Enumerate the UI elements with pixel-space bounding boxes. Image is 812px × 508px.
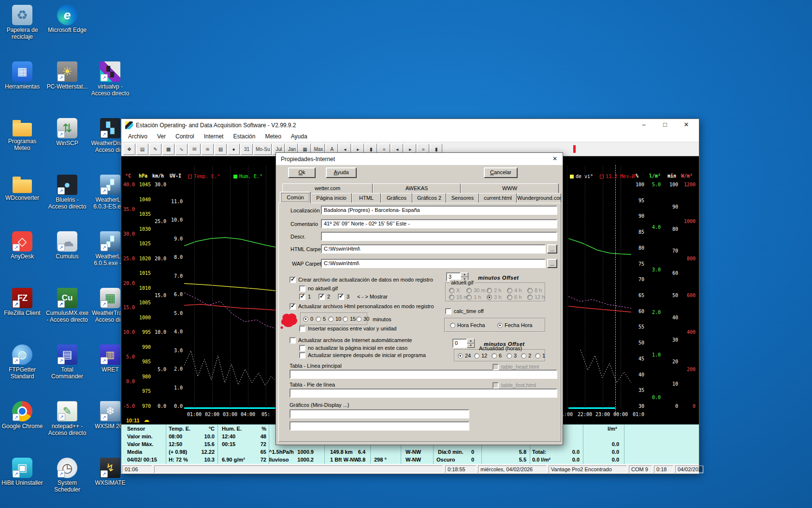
tab-www[interactable]: WWW: [461, 183, 559, 193]
radio-8-h[interactable]: 8 h: [527, 287, 542, 293]
desktop-icon-herramientas[interactable]: ▦Herramientas: [1, 61, 44, 90]
checkbox-mostrar-1[interactable]: 1: [299, 293, 311, 300]
desktop-icon-hibit-uninstaller[interactable]: ▣HiBit Uninstaller: [1, 458, 44, 487]
desktop-icon-ftpgetter-standard[interactable]: ◍FTPGetter Standard: [1, 344, 44, 380]
desktop-icon-microsoft-edge[interactable]: eMicrosoft Edge: [46, 5, 88, 34]
descr-field[interactable]: [321, 232, 557, 241]
radio-2[interactable]: 2: [521, 353, 531, 359]
toolbar-button-9[interactable]: ●: [228, 144, 240, 155]
radio-1-h[interactable]: 1 h: [466, 294, 481, 300]
radio-hora-fecha[interactable]: Hora Fecha: [450, 322, 485, 328]
checkbox-mostrar-2[interactable]: 2: [319, 293, 330, 300]
toolbar-button-1[interactable]: ✥: [123, 144, 135, 155]
wap-carpeta-field[interactable]: C:\Wswin\html\: [321, 259, 546, 268]
tab-awekas[interactable]: AWEKAS: [373, 183, 461, 193]
checkbox-mostrar-3[interactable]: 3: [338, 293, 349, 300]
radio-fecha-hora[interactable]: Fecha Hora: [497, 322, 532, 328]
desktop-icon-papelera-de-reciclaje[interactable]: ♻Papelera de reciclaje: [1, 5, 44, 41]
radio-6-h[interactable]: 6 h: [507, 294, 522, 300]
checkbox-actualizar-html[interactable]: Actualizar archivos Html personalizados …: [290, 303, 434, 310]
dialog-titlebar[interactable]: Propiedades-Internet ✕: [276, 153, 563, 165]
tab-wunderground-com[interactable]: Wunderground.com: [517, 193, 561, 203]
desktop-icon-wdconverter[interactable]: WDconverter: [1, 175, 44, 202]
checkbox-no-aktuell[interactable]: no aktuell.gif: [299, 285, 338, 292]
spinner-arrows[interactable]: ▲▼: [467, 339, 475, 348]
toolbar-button-3[interactable]: ✎: [149, 144, 161, 155]
radio-0[interactable]: 0: [303, 316, 313, 322]
radio-10[interactable]: 10: [328, 316, 341, 322]
desktop-icon-system-scheduler[interactable]: ◷System Scheduler: [46, 458, 88, 493]
wap-browse-button[interactable]: ...: [547, 259, 557, 268]
desktop-icon-winscp[interactable]: ⇅WinSCP: [46, 118, 88, 147]
desktop-icon-cumulusmx-exe-acceso-directo[interactable]: CuCumulusMX.exe - Acceso directo: [46, 288, 88, 324]
tab-sensores[interactable]: Sensores: [446, 193, 479, 203]
html-browse-button[interactable]: ...: [547, 244, 557, 254]
checkbox-insertar-espacios[interactable]: Insertar espacios entre valor y unidad: [299, 325, 396, 332]
toolbar-button-5[interactable]: ∿: [175, 144, 188, 155]
close-button[interactable]: ✕: [676, 119, 697, 131]
cancelar-button[interactable]: Cancelar: [484, 167, 518, 178]
radio-3-h[interactable]: 3 h: [487, 294, 501, 300]
radio-30[interactable]: 30: [356, 316, 369, 322]
radio-6[interactable]: 6: [492, 353, 502, 359]
toolbar-button-6[interactable]: ✉: [188, 144, 201, 155]
toolbar-button-8[interactable]: ▧: [215, 144, 227, 155]
tab-current-html[interactable]: current.html: [479, 193, 517, 203]
desktop-icon-total-commander[interactable]: ▤Total Commander: [46, 344, 88, 380]
tab-gr-ficos[interactable]: Gráficos: [381, 193, 412, 203]
minimize-button[interactable]: –: [633, 119, 654, 131]
radio-24[interactable]: 24: [458, 353, 471, 359]
tabla-pie-field[interactable]: [290, 388, 557, 398]
desktop-icon-google-chrome[interactable]: Google Chrome: [1, 401, 44, 430]
tab-p-gina-inicio[interactable]: Página inicio: [311, 193, 352, 203]
menu-control[interactable]: Control: [171, 132, 199, 141]
dialog-close-icon[interactable]: ✕: [550, 154, 560, 164]
desktop-icon-pc-wetterstat[interactable]: ☀PC-Wetterstat...: [46, 61, 88, 90]
tab-html[interactable]: HTML: [352, 193, 381, 203]
menu-archivo[interactable]: Archivo: [123, 132, 152, 141]
comentario-field[interactable]: 41º 26' 09'' Norte - 02º 15' 56'' Este -: [321, 219, 557, 228]
checkbox-table-foot[interactable]: table_foot.html: [493, 382, 536, 388]
menu-ver[interactable]: Ver: [152, 132, 171, 141]
toolbar-button-4[interactable]: ▩: [162, 144, 174, 155]
desktop-icon-programas-meteo[interactable]: Programas Meteo: [1, 118, 44, 152]
radio-15[interactable]: 15: [343, 316, 356, 322]
toolbar-button-2[interactable]: ▤: [136, 144, 148, 155]
radio-x[interactable]: X: [449, 287, 460, 293]
checkbox-no-pagina-inicial[interactable]: no actualizar la página inicial en este …: [299, 344, 407, 351]
checkbox-table-head[interactable]: table_head.html: [493, 363, 539, 370]
radio-12[interactable]: 12: [474, 353, 487, 359]
ok-button[interactable]: Ok: [288, 167, 316, 178]
offset-spinner-2[interactable]: 0 ▲▼: [452, 339, 475, 348]
tabla-principal-field[interactable]: [290, 370, 557, 379]
toolbar-button-11[interactable]: Mo-Su: [254, 144, 272, 155]
ayuda-button[interactable]: Ayuda: [326, 167, 357, 178]
menu-estaci-n[interactable]: Estación: [228, 132, 260, 141]
menu-ayuda[interactable]: Ayuda: [286, 132, 312, 141]
graficos-field-1[interactable]: [290, 409, 469, 418]
tab-gr-ficos-2[interactable]: Gráficos 2: [412, 193, 446, 203]
radio-30-m[interactable]: 30 m: [466, 287, 485, 293]
toolbar-button-7[interactable]: ≋: [202, 144, 214, 155]
checkbox-actualizar-siempre[interactable]: Actualizar siempre después de iniciar el…: [299, 352, 426, 359]
desktop-icon-anydesk[interactable]: ◇AnyDesk: [1, 231, 44, 260]
localizacion-field[interactable]: Badalona (Progres) - Barcelona- España: [321, 206, 557, 215]
desktop-icon-cumulus[interactable]: ☁Cumulus: [46, 231, 88, 260]
radio-12-h[interactable]: 12 h: [527, 294, 545, 300]
radio-3[interactable]: 3: [507, 353, 517, 359]
desktop-icon-notepad-acceso-directo[interactable]: ✎notepad++ - Acceso directo: [46, 401, 88, 437]
checkbox-calc-time-off[interactable]: calc_time off: [445, 308, 484, 314]
radio-1[interactable]: 1: [535, 353, 545, 359]
window-titlebar[interactable]: Estación Operating- and Data Acquisition…: [121, 119, 699, 131]
toolbar-button-10[interactable]: 31: [241, 144, 253, 155]
checkbox-crear-archivo[interactable]: Crear archivo de actualización de datos …: [290, 276, 433, 283]
desktop-icon-filezilla-client[interactable]: FZFileZilla Client: [1, 288, 44, 317]
radio-15-m[interactable]: 15 m: [449, 294, 468, 300]
tab-com-n[interactable]: Común: [280, 192, 311, 203]
menu-internet[interactable]: Internet: [199, 132, 229, 141]
radio-5[interactable]: 5: [316, 316, 326, 322]
desktop-icon-blueiris-acceso-directo[interactable]: ●BlueIris - Acceso directo: [46, 175, 88, 210]
menu-meteo[interactable]: Meteo: [260, 132, 286, 141]
desktop-icon-virtualvp-acceso-directo[interactable]: ▚virtualvp - Acceso directo: [89, 61, 131, 97]
graficos-field-2[interactable]: [290, 421, 469, 431]
